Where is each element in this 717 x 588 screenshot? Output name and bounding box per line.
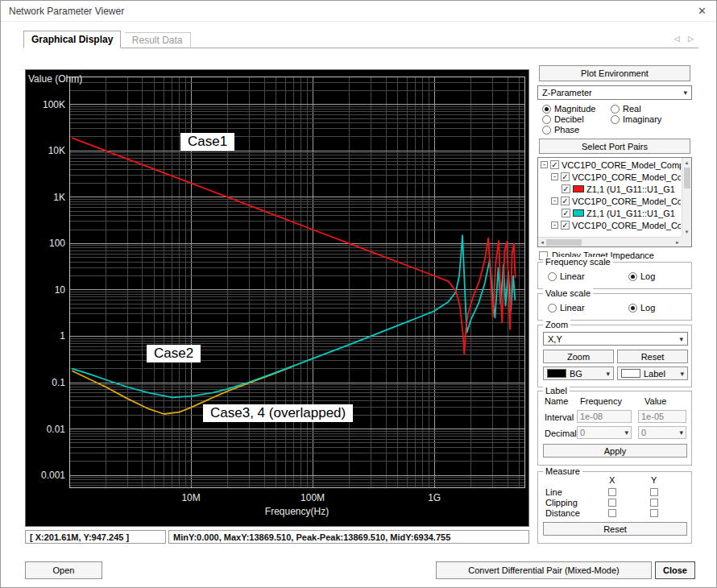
close-icon[interactable]: ✕: [698, 5, 707, 17]
radio-dot: [628, 272, 637, 281]
plot-environment-button[interactable]: Plot Environment: [539, 65, 690, 81]
vscroll-thumb[interactable]: [684, 168, 690, 188]
port-tree-item[interactable]: -✓VCC1P0_CORE_Model_Cor: [539, 219, 681, 231]
radio-dot: [611, 105, 620, 114]
svg-text:100: 100: [49, 238, 65, 249]
measure-clipping-x-checkbox[interactable]: [608, 499, 616, 507]
measure-col-y: Y: [651, 475, 657, 485]
tree-expander-icon[interactable]: -: [551, 222, 558, 229]
value-scale-group: Value scale Linear Log: [537, 293, 692, 321]
network-parameter-viewer-window: Network Parameter Viewer ✕ Graphical Dis…: [0, 0, 717, 588]
measure-row-line: Line: [545, 487, 562, 497]
bg-color-dropdown[interactable]: BG ▾: [543, 366, 614, 380]
tree-vertical-scrollbar[interactable]: ▲ ▼: [682, 158, 691, 237]
measure-distance-x-checkbox[interactable]: [608, 509, 616, 517]
zoom-mode-dropdown[interactable]: X,Y ▾: [543, 332, 688, 346]
radio-decibel[interactable]: Decibel: [542, 114, 584, 124]
zoom-button[interactable]: Zoom: [543, 350, 614, 363]
zoom-reset-button[interactable]: Reset: [617, 350, 688, 363]
interval-frequency-field[interactable]: 1e-08: [577, 410, 632, 423]
tree-expander-icon[interactable]: -: [541, 161, 548, 168]
radio-frequency-linear[interactable]: Linear: [548, 271, 585, 281]
scroll-down-icon[interactable]: ▼: [683, 227, 691, 237]
tree-checkbox[interactable]: ✓: [561, 221, 570, 230]
cursor-readout: [ X:201.61M, Y:947.245 ]: [25, 530, 166, 544]
tree-checkbox[interactable]: ✓: [561, 197, 570, 205]
tab-graphical-display[interactable]: Graphical Display: [23, 31, 121, 48]
interval-value-field[interactable]: 1e-05: [638, 410, 686, 423]
radio-value-linear[interactable]: Linear: [548, 303, 585, 313]
radio-real[interactable]: Real: [611, 104, 641, 114]
tree-checkbox[interactable]: ✓: [561, 172, 570, 181]
svg-text:10K: 10K: [48, 145, 65, 156]
measure-line-x-checkbox[interactable]: [608, 488, 616, 496]
radio-phase[interactable]: Phase: [542, 125, 579, 135]
tab-scroll-left-icon[interactable]: ◁: [674, 35, 683, 43]
tree-item-label: Z1,1 (U1_G11::U1_G1: [586, 209, 675, 218]
port-tree-item[interactable]: ✓Z1,1 (U1_G11::U1_G1: [539, 207, 681, 219]
titlebar: Network Parameter Viewer ✕: [1, 1, 716, 22]
tabstrip: Graphical Display Result Data ◁ ▷: [23, 31, 698, 48]
scroll-right-icon[interactable]: ►: [673, 238, 682, 247]
parameter-type-dropdown[interactable]: Z-Parameter ▾: [537, 85, 692, 100]
close-button[interactable]: Close: [655, 561, 695, 579]
label-color-dropdown[interactable]: Label ▾: [617, 366, 688, 380]
tree-checkbox[interactable]: ✓: [562, 184, 570, 193]
port-tree-item[interactable]: ✓Z1,1 (U1_G11::U1_G1: [539, 183, 681, 195]
zoom-group: Zoom X,Y ▾ Zoom Reset BG ▾ Label ▾: [537, 325, 692, 387]
measure-distance-y-checkbox[interactable]: [650, 509, 658, 517]
radio-dot: [611, 115, 620, 124]
tree-horizontal-scrollbar[interactable]: ◄ ►: [538, 237, 682, 246]
select-port-pairs-button[interactable]: Select Port Pairs: [539, 139, 690, 154]
radio-label: Decibel: [554, 114, 584, 124]
tree-item-label: VCC1P0_CORE_Model_Cor: [572, 172, 681, 182]
radio-label: Real: [623, 104, 641, 114]
measure-line-y-checkbox[interactable]: [650, 488, 658, 496]
radio-magnitude[interactable]: Magnitude: [542, 104, 595, 114]
svg-text:0.1: 0.1: [52, 377, 65, 388]
radio-label: Linear: [560, 271, 585, 281]
radio-frequency-log[interactable]: Log: [628, 271, 655, 281]
tree-item-label: VCC1P0_CORE_Model_Cor: [572, 221, 681, 230]
radio-label: Log: [640, 303, 655, 313]
apply-button[interactable]: Apply: [543, 444, 687, 458]
radio-label: Phase: [554, 125, 579, 135]
port-pairs-tree: -✓VCC1P0_CORE_Model_Compa-✓VCC1P0_CORE_M…: [537, 157, 692, 247]
decimal-value-dropdown[interactable]: 0 ▾: [638, 426, 686, 439]
label-row-interval: Interval: [545, 412, 574, 422]
svg-text:1G: 1G: [428, 492, 441, 503]
tree-expander-icon[interactable]: -: [551, 173, 558, 180]
tab-scroll-right-icon[interactable]: ▷: [688, 35, 697, 43]
port-tree-item[interactable]: -✓VCC1P0_CORE_Model_Compa: [539, 159, 681, 171]
tree-checkbox[interactable]: ✓: [550, 160, 559, 169]
label-col-value: Value: [644, 396, 666, 406]
annotation-case1: Case1: [180, 133, 234, 151]
scroll-up-icon[interactable]: ▲: [683, 158, 691, 168]
port-tree-item[interactable]: -✓VCC1P0_CORE_Model_Cor: [539, 195, 681, 207]
radio-imaginary[interactable]: Imaginary: [611, 114, 661, 124]
measure-reset-button[interactable]: Reset: [543, 522, 687, 536]
port-tree-item[interactable]: -✓VCC1P0_CORE_Model_Cor: [539, 171, 681, 183]
scroll-left-icon[interactable]: ◄: [538, 238, 546, 247]
frequency-scale-group: Frequency scale Linear Log: [537, 262, 692, 289]
plot-area[interactable]: 10M100M1G100K10K1K1001010.10.010.001Freq…: [25, 69, 529, 527]
svg-text:0.001: 0.001: [41, 470, 65, 481]
combo-label: BG: [570, 369, 582, 379]
svg-text:1K: 1K: [53, 192, 65, 203]
tree-checkbox[interactable]: ✓: [562, 209, 570, 217]
hscroll-thumb[interactable]: [546, 239, 582, 246]
measure-row-clipping: Clipping: [545, 498, 578, 507]
scrollbar-corner: [682, 237, 691, 246]
group-title: Zoom: [543, 320, 570, 329]
radio-value-log[interactable]: Log: [628, 303, 655, 313]
tab-result-data[interactable]: Result Data: [125, 32, 191, 48]
group-title: Value scale: [543, 288, 593, 298]
label-col-frequency: Frequency: [580, 396, 622, 406]
decimal-frequency-dropdown[interactable]: 0 ▾: [577, 426, 632, 439]
open-button[interactable]: Open: [25, 561, 102, 579]
label-col-name: Name: [545, 396, 568, 406]
tree-expander-icon[interactable]: -: [551, 197, 558, 205]
impedance-chart: 10M100M1G100K10K1K1001010.10.010.001Freq…: [26, 70, 528, 526]
measure-clipping-y-checkbox[interactable]: [650, 499, 658, 507]
convert-differential-pair-button[interactable]: Convert Differential Pair (Mixed-Mode): [436, 561, 652, 579]
